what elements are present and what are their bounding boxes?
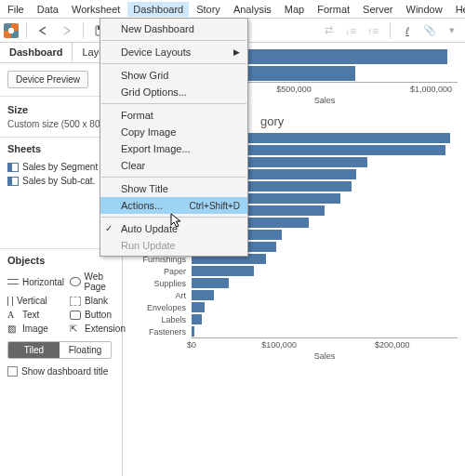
tile-mode-floating[interactable]: Floating bbox=[60, 342, 111, 358]
menu-item-new-dashboard[interactable]: New Dashboard bbox=[100, 20, 247, 37]
bar-row[interactable]: Supplies bbox=[130, 277, 458, 289]
menu-item-label: Show Title bbox=[121, 183, 168, 194]
sheet-label: Sales by Sub-cat. bbox=[22, 176, 95, 186]
menu-server[interactable]: Server bbox=[357, 2, 398, 17]
checkbox-icon[interactable] bbox=[7, 366, 18, 377]
menu-item-clear[interactable]: Clear bbox=[100, 157, 247, 174]
size-value[interactable]: Custom size (500 x 800) bbox=[7, 119, 114, 129]
sheet-thumb-icon bbox=[7, 177, 19, 186]
object-label: Button bbox=[85, 310, 112, 320]
menu-item-actions[interactable]: Actions...Ctrl+Shift+D bbox=[100, 197, 247, 214]
bar bbox=[192, 314, 202, 324]
check-icon: ✓ bbox=[105, 223, 113, 233]
bar bbox=[192, 290, 214, 300]
show-title-checkbox-row[interactable]: Show dashboard title bbox=[7, 364, 114, 378]
menu-item-label: Run Update bbox=[121, 240, 176, 251]
menu-item-label: Copy Image bbox=[121, 126, 176, 138]
tile-mode-toggle[interactable]: TiledFloating bbox=[7, 341, 112, 359]
sheet-item[interactable]: Sales by Segment bbox=[7, 160, 114, 174]
chart-title-fragment: gory bbox=[260, 114, 458, 128]
objects-section: Objects HorizontalWeb PageVerticalBlankA… bbox=[0, 249, 122, 384]
x-axis: $0$100,000$200,000$300,000 bbox=[192, 337, 458, 350]
separator bbox=[83, 22, 84, 39]
object-label: Image bbox=[22, 324, 48, 334]
bar-label: Envelopes bbox=[130, 303, 192, 312]
bar-row[interactable]: Paper bbox=[130, 265, 458, 277]
menu-item-label: Format bbox=[121, 110, 153, 121]
menu-window[interactable]: Window bbox=[401, 2, 448, 17]
object-horizontal[interactable]: Horizontal bbox=[7, 271, 64, 292]
sheet-label: Sales by Segment bbox=[22, 162, 98, 172]
sidebar-tab-dashboard[interactable]: Dashboard bbox=[0, 43, 73, 62]
bar-row[interactable]: Labels bbox=[130, 313, 458, 325]
separator bbox=[26, 22, 27, 39]
menu-item-show-title[interactable]: Show Title bbox=[100, 180, 247, 197]
bar-track bbox=[192, 302, 458, 312]
dropdown-arrow-icon[interactable]: ▾ bbox=[443, 21, 461, 40]
menu-map[interactable]: Map bbox=[279, 2, 310, 17]
menu-item-show-grid[interactable]: Show Grid bbox=[100, 67, 247, 84]
menu-analysis[interactable]: Analysis bbox=[228, 2, 277, 17]
menu-item-auto-update[interactable]: ✓Auto Update bbox=[100, 220, 247, 237]
back-button[interactable] bbox=[34, 21, 53, 40]
device-preview-button[interactable]: Device Preview bbox=[7, 71, 88, 88]
menu-item-label: Clear bbox=[121, 160, 145, 171]
bar-label: Art bbox=[130, 291, 192, 300]
object-image[interactable]: ▨Image bbox=[7, 324, 64, 334]
menu-item-label: New Dashboard bbox=[121, 23, 194, 34]
object-vertical[interactable]: Vertical bbox=[7, 296, 64, 306]
tile-mode-tiled[interactable]: Tiled bbox=[8, 342, 60, 358]
object-blank[interactable]: Blank bbox=[70, 296, 126, 306]
text-icon: A bbox=[7, 310, 19, 320]
bar bbox=[192, 278, 229, 288]
menu-item-format[interactable]: Format bbox=[100, 107, 247, 124]
menu-format[interactable]: Format bbox=[312, 2, 355, 17]
menu-item-device-layouts[interactable]: Device Layouts▶ bbox=[100, 44, 247, 60]
dashboard-menu-dropdown: New DashboardDevice Layouts▶Show GridGri… bbox=[100, 18, 248, 257]
menu-help[interactable]: Help bbox=[450, 2, 465, 17]
object-label: Web Page bbox=[85, 271, 126, 292]
axis-tick: $100,000 bbox=[261, 340, 297, 350]
menu-dashboard[interactable]: Dashboard bbox=[127, 2, 189, 17]
bar-row[interactable]: Art bbox=[130, 289, 458, 301]
sheet-item[interactable]: Sales by Sub-cat. bbox=[7, 174, 114, 188]
object-icon bbox=[70, 277, 81, 286]
menu-file[interactable]: File bbox=[2, 2, 30, 17]
attach-icon[interactable]: 📎 bbox=[420, 21, 439, 40]
submenu-arrow-icon: ▶ bbox=[233, 47, 240, 57]
menu-worksheet[interactable]: Worksheet bbox=[66, 2, 126, 17]
sort-asc-icon[interactable]: ↓≡ bbox=[341, 21, 360, 40]
object-text[interactable]: AText bbox=[7, 310, 64, 320]
object-extension[interactable]: ⇱Extension bbox=[70, 324, 126, 334]
menu-item-export-image[interactable]: Export Image... bbox=[100, 140, 247, 157]
menu-item-run-update: Run Update bbox=[100, 237, 247, 254]
menu-story[interactable]: Story bbox=[191, 2, 226, 17]
menu-item-label: Actions... bbox=[121, 200, 163, 211]
sort-desc-icon[interactable]: ↑≡ bbox=[364, 21, 382, 40]
axis-tick: $200,000 bbox=[375, 340, 410, 350]
menu-item-copy-image[interactable]: Copy Image bbox=[100, 124, 247, 140]
highlight-icon[interactable]: ℓ bbox=[398, 21, 417, 40]
tableau-logo-icon bbox=[4, 23, 19, 38]
object-web-page[interactable]: Web Page bbox=[70, 271, 126, 292]
sheet-thumb-icon bbox=[7, 163, 19, 172]
bar-label: Fasteners bbox=[130, 327, 192, 337]
size-heading: Size bbox=[7, 104, 114, 115]
swap-icon[interactable]: ⇄ bbox=[319, 21, 338, 40]
object-icon bbox=[7, 279, 19, 284]
sheets-heading: Sheets bbox=[7, 143, 114, 154]
bar-label: Paper bbox=[130, 267, 192, 276]
menu-item-grid-options[interactable]: Grid Options... bbox=[100, 84, 247, 100]
menu-separator bbox=[101, 40, 246, 41]
object-icon bbox=[70, 311, 81, 320]
forward-button[interactable] bbox=[57, 21, 75, 40]
menu-data[interactable]: Data bbox=[32, 2, 64, 17]
bar bbox=[192, 302, 205, 312]
bar-row[interactable]: Fasteners bbox=[130, 325, 458, 337]
bar-row[interactable]: Envelopes bbox=[130, 301, 458, 313]
menu-item-label: Grid Options... bbox=[121, 86, 187, 98]
bar-track bbox=[192, 266, 458, 276]
show-title-label: Show dashboard title bbox=[21, 366, 108, 377]
object-button[interactable]: Button bbox=[70, 310, 126, 320]
object-label: Blank bbox=[85, 296, 108, 306]
